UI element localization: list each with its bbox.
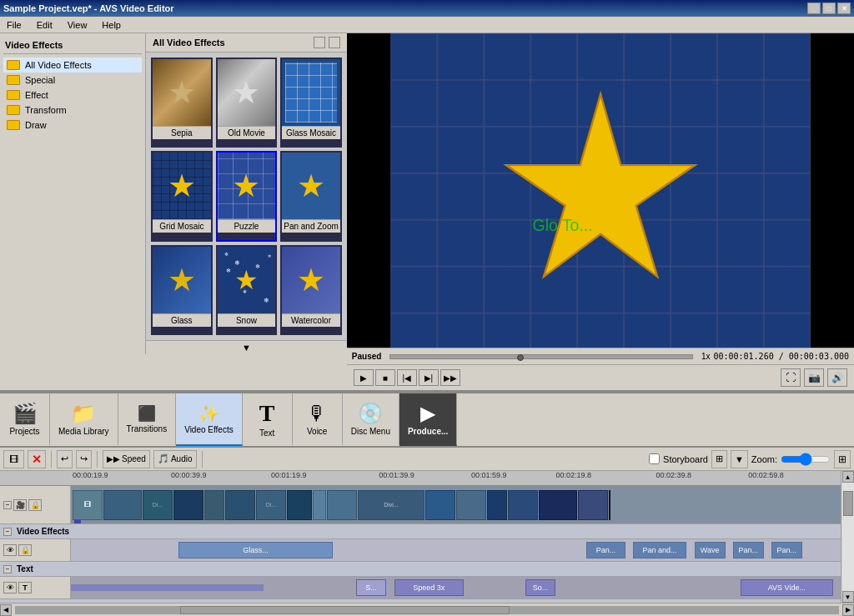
text-block-s[interactable]: S...	[356, 579, 387, 596]
scroll-right-arrow[interactable]: ▶	[842, 604, 854, 616]
voice-tool[interactable]: 🎙 Voice	[293, 393, 343, 446]
fast-forward-button[interactable]: ▶▶	[440, 369, 460, 386]
volume-button[interactable]: 🔊	[827, 368, 847, 387]
text-block-avs[interactable]: AVS Vide...	[741, 579, 833, 596]
menu-file[interactable]: File	[3, 18, 25, 32]
effects-grid: ★ Sepia ★ Old Movie	[146, 53, 347, 340]
main-toolbar: 🎬 Projects 📁 Media Library ⬛ Transitions…	[0, 392, 854, 446]
effects-grid-header: All Video Effects	[146, 33, 347, 53]
close-button[interactable]: ✕	[837, 3, 851, 14]
stop-button[interactable]: ■	[375, 369, 395, 386]
scroll-up-arrow[interactable]: ▲	[842, 471, 854, 483]
video-lock-icon[interactable]: 🔒	[28, 499, 42, 511]
transitions-tool[interactable]: ⬛ Transitions	[118, 393, 177, 446]
menu-view[interactable]: View	[64, 18, 91, 32]
folder-icon-draw	[7, 120, 20, 130]
effects-section-collapse[interactable]: −	[3, 528, 12, 536]
preview-panel: Glo To... Paused 1x 00:00:01.260 / 00:00…	[347, 33, 854, 390]
fullscreen-button[interactable]: ⛶	[781, 368, 801, 387]
effect-puzzle[interactable]: ★ Puzzle	[216, 151, 278, 241]
scroll-down-btn[interactable]: ▼	[146, 340, 347, 354]
effect-block-wave[interactable]: Wave	[695, 542, 726, 558]
effect-sepia[interactable]: ★ Sepia	[151, 58, 213, 148]
grid-view-btn[interactable]	[314, 37, 325, 48]
disc-menu-label: Disc Menu	[351, 427, 390, 436]
transitions-icon: ⬛	[138, 404, 156, 423]
minimize-button[interactable]: _	[807, 3, 821, 14]
preview-status: Paused	[352, 352, 382, 361]
tl-delete-btn[interactable]: ✕	[28, 450, 46, 468]
title-bar: Sample Project.vep* - AVS Video Editor _…	[0, 0, 854, 17]
scroll-left-arrow[interactable]: ◀	[0, 604, 12, 616]
snapshot-button[interactable]: 📷	[804, 368, 824, 387]
text-tool[interactable]: T Text	[243, 393, 293, 446]
effect-gridmosaic[interactable]: ★ Grid Mosaic	[151, 151, 213, 241]
sidebar-item-special[interactable]: Special	[3, 73, 142, 88]
text-section-header[interactable]: − Text	[0, 562, 841, 577]
video-cam-icon[interactable]: 🎥	[13, 499, 27, 511]
effect-block-pan4[interactable]: Pan...	[771, 542, 802, 558]
produce-tool[interactable]: ▶ Produce...	[399, 393, 457, 446]
text-section-collapse[interactable]: −	[3, 565, 12, 573]
menu-edit[interactable]: Edit	[33, 18, 56, 32]
zoom-slider[interactable]	[781, 453, 831, 466]
audio-icon: 🎵	[158, 453, 169, 464]
h-scroll-thumb[interactable]	[180, 606, 510, 614]
speed-btn[interactable]: ▶▶ Speed	[103, 450, 150, 468]
sepia-star: ★	[168, 74, 196, 111]
projects-tool[interactable]: 🎬 Projects	[0, 393, 50, 446]
sidebar-item-draw[interactable]: Draw	[3, 118, 142, 133]
tl-add-btn[interactable]: 🎞	[3, 450, 24, 468]
next-frame-button[interactable]: ▶|	[419, 369, 439, 386]
effects-lock-icon[interactable]: 🔒	[18, 544, 32, 556]
effect-block-pan1[interactable]: Pan...	[586, 542, 625, 558]
effect-block-pan2[interactable]: Pan and...	[633, 542, 687, 558]
horizontal-scrollbar[interactable]: ◀ ▶	[0, 603, 854, 616]
effect-glassmosaic[interactable]: Glass Mosaic	[280, 58, 342, 148]
effect-watercolor[interactable]: ★ Watercolor	[280, 245, 342, 335]
sidebar-item-transform[interactable]: Transform	[3, 103, 142, 118]
list-view-btn[interactable]	[329, 37, 340, 48]
scroll-down-arrow[interactable]: ▼	[842, 591, 854, 603]
sidebar-item-all-effects[interactable]: All Video Effects	[3, 58, 142, 73]
prev-frame-button[interactable]: |◀	[397, 369, 417, 386]
text-block-speed[interactable]: Speed 3x	[394, 579, 464, 596]
effects-eye-icon[interactable]: 👁	[3, 544, 17, 556]
preview-progress-thumb[interactable]	[517, 354, 524, 361]
storyboard-checkbox[interactable]	[649, 453, 660, 464]
media-library-tool[interactable]: 📁 Media Library	[50, 393, 118, 446]
scroll-track[interactable]	[842, 483, 854, 591]
glass-label: Glass	[153, 313, 211, 327]
effect-block-pan3[interactable]: Pan...	[733, 542, 764, 558]
h-scroll-track[interactable]	[15, 606, 839, 614]
sidebar-item-effect[interactable]: Effect	[3, 88, 142, 103]
disc-menu-tool[interactable]: 💿 Disc Menu	[343, 393, 399, 446]
video-track-collapse[interactable]: −	[3, 501, 12, 509]
vertical-scrollbar[interactable]: ▲ ▼	[841, 471, 854, 603]
effect-block-glass[interactable]: Glass...	[178, 542, 333, 558]
video-thumb-3	[173, 490, 203, 520]
video-effects-section-header[interactable]: − Video Effects	[0, 524, 841, 539]
window-title: Sample Project.vep* - AVS Video Editor	[3, 3, 174, 13]
effects-track-header: 👁 🔒	[0, 539, 71, 561]
tl-mode-btn[interactable]: ▼	[731, 450, 748, 468]
text-block-so[interactable]: So...	[525, 579, 556, 596]
preview-progress-bar[interactable]	[389, 354, 692, 359]
tl-redo-btn[interactable]: ↪	[76, 450, 92, 468]
menu-help[interactable]: Help	[98, 18, 124, 32]
effect-glass[interactable]: ★ Glass	[151, 245, 213, 335]
play-button[interactable]: ▶	[354, 369, 374, 386]
tl-view-toggle[interactable]: ⊞	[711, 450, 727, 468]
fit-btn[interactable]: ⊞	[834, 450, 851, 468]
tl-undo-btn[interactable]: ↩	[57, 450, 73, 468]
text-T-icon[interactable]: T	[18, 582, 32, 593]
effect-snow[interactable]: ★ ❄ ❄ ❄ ❄ ❄ ❄ ❄ ❄	[216, 245, 278, 335]
scroll-thumb[interactable]	[843, 491, 853, 516]
video-effects-tool[interactable]: ✨ Video Effects	[176, 393, 243, 446]
audio-btn[interactable]: 🎵 Audio	[153, 450, 197, 468]
maximize-button[interactable]: □	[822, 3, 836, 14]
text-eye-icon[interactable]: 👁	[3, 582, 17, 593]
sidebar-label-transform: Transform	[25, 105, 67, 115]
effect-panzoom[interactable]: ★ Pan and Zoom	[280, 151, 342, 241]
effect-oldmovie[interactable]: ★ Old Movie	[216, 58, 278, 148]
